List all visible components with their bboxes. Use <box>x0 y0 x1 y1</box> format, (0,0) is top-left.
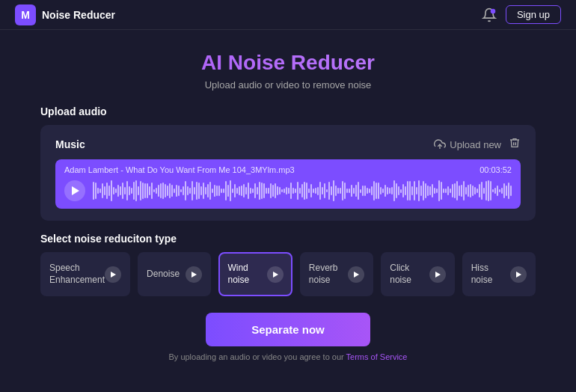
noise-type-wind[interactable]: Wind noise <box>218 252 292 296</box>
signup-button[interactable]: Sign up <box>506 5 561 24</box>
svg-point-0 <box>491 8 496 13</box>
noise-play-icon <box>192 272 197 278</box>
upload-section: Upload audio Music Upload new <box>0 105 576 221</box>
noise-section-label: Select noise reduciton type <box>40 233 536 245</box>
hero-section: AI Noise Reducer Upload audio or video t… <box>0 30 576 105</box>
trash-icon <box>509 137 521 149</box>
app-title: Noise Reducer <box>42 9 115 21</box>
noise-type-label: Speech Enhancement <box>49 263 105 286</box>
separate-section: Separate now By uploading an audio or vi… <box>0 296 576 367</box>
upload-section-label: Upload audio <box>40 105 536 117</box>
noise-play-button-click[interactable] <box>429 266 446 283</box>
play-button[interactable] <box>64 180 85 201</box>
notification-button[interactable] <box>482 7 497 22</box>
header-right: Sign up <box>482 5 561 24</box>
upload-icon <box>434 138 446 150</box>
audio-filename: Adam Lambert - What Do You Want From Me … <box>64 165 295 174</box>
waveform <box>93 179 512 203</box>
upload-new-button[interactable]: Upload new <box>434 138 501 150</box>
noise-type-reverb[interactable]: Reverb noise <box>300 252 373 296</box>
audio-card: Music Upload new <box>40 125 536 221</box>
app-header: M Noise Reducer Sign up <box>0 0 576 30</box>
noise-play-button-reverb[interactable] <box>348 266 364 283</box>
play-icon <box>72 186 79 195</box>
noise-type-hiss[interactable]: Hiss noise <box>462 252 536 296</box>
noise-type-label: Denoise <box>147 269 180 281</box>
audio-card-header: Music Upload new <box>55 137 521 152</box>
hero-subtitle: Upload audio or video to remove noise <box>0 79 576 91</box>
music-label: Music <box>55 138 85 150</box>
noise-play-icon <box>354 272 359 278</box>
noise-type-denoise[interactable]: Denoise <box>138 252 211 296</box>
noise-play-button-wind[interactable] <box>267 266 284 283</box>
noise-play-icon <box>516 272 521 278</box>
audio-card-actions: Upload new <box>434 137 521 152</box>
noise-section: Select noise reduciton type Speech Enhan… <box>0 221 576 296</box>
delete-button[interactable] <box>509 137 521 152</box>
hero-title: AI Noise Reducer <box>0 51 576 75</box>
noise-play-icon <box>111 272 116 278</box>
terms-text: By uploading an audio or video you agree… <box>0 352 576 361</box>
logo-icon: M <box>15 4 36 25</box>
noise-play-button-speech[interactable] <box>105 266 121 283</box>
noise-type-label: Wind noise <box>227 263 266 286</box>
noise-type-click[interactable]: Click noise <box>381 252 454 296</box>
audio-player-bottom <box>64 179 512 203</box>
noise-type-label: Click noise <box>390 263 429 286</box>
terms-link[interactable]: Terms of Service <box>346 352 408 361</box>
noise-play-icon <box>273 272 278 278</box>
noise-types-container: Speech Enhancement Denoise Wind noise Re… <box>40 252 536 296</box>
audio-player: Adam Lambert - What Do You Want From Me … <box>55 159 521 209</box>
noise-play-button-denoise[interactable] <box>186 266 202 283</box>
header-left: M Noise Reducer <box>15 4 115 25</box>
audio-player-top: Adam Lambert - What Do You Want From Me … <box>64 165 512 174</box>
noise-type-label: Hiss noise <box>471 263 510 286</box>
noise-type-speech[interactable]: Speech Enhancement <box>40 252 130 296</box>
noise-play-icon <box>435 272 441 278</box>
noise-type-label: Reverb noise <box>309 263 348 286</box>
noise-play-button-hiss[interactable] <box>510 266 527 283</box>
separate-button[interactable]: Separate now <box>206 313 370 346</box>
audio-duration: 00:03:52 <box>480 165 512 174</box>
